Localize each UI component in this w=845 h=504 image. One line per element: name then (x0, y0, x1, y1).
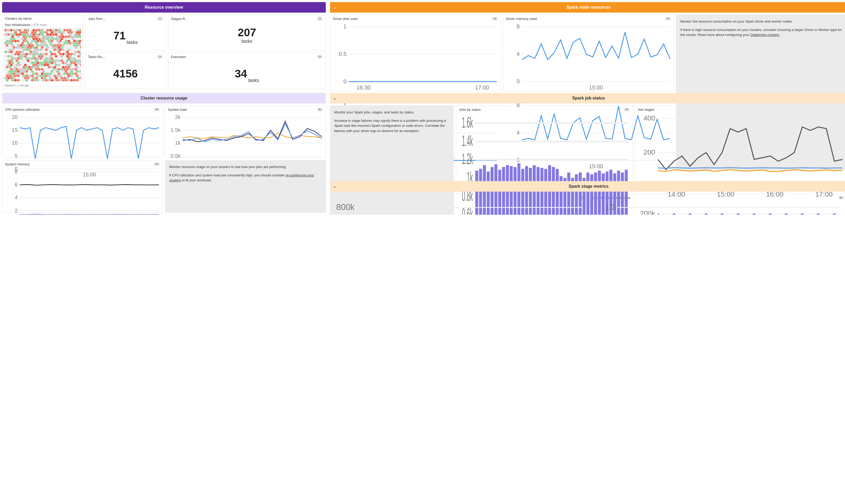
svg-text:200: 200 (643, 148, 655, 156)
info-text: Monitor resource usage on your clusters … (169, 164, 322, 169)
svg-marker-652 (28, 79, 31, 82)
svg-marker-662 (56, 79, 59, 82)
svg-text:0: 0 (343, 78, 347, 85)
svg-text:0.5: 0.5 (339, 51, 347, 57)
info-text: Increase in stage failures may signify t… (334, 118, 450, 133)
panel-title: Driver memory used (506, 17, 537, 21)
svg-marker-654 (34, 79, 36, 82)
metric-value: 4156 (113, 68, 138, 79)
panel-title: System load (168, 108, 187, 111)
timeframe-badge[interactable]: 4h (492, 17, 498, 21)
svg-text:1k: 1k (175, 140, 181, 146)
panel-tasks-running[interactable]: Tasks Ru… 1h 4156 (85, 53, 166, 89)
svg-text:5: 5 (15, 153, 18, 159)
svg-text:4: 4 (15, 195, 18, 200)
svg-marker-651 (25, 79, 28, 82)
timeframe-badge[interactable]: 1h (316, 55, 323, 59)
chart[interactable]: 0k0.2k0.4k0.6k0.8k1k1.2k1.4k1.6k16:3017:… (456, 113, 633, 215)
link-databricks-clusters[interactable]: Databricks clusters (751, 33, 779, 37)
metric-unit: tasks (127, 40, 138, 46)
chevron-down-icon[interactable]: ⌄ (333, 5, 336, 10)
svg-text:8: 8 (15, 169, 18, 175)
svg-marker-655 (36, 79, 39, 82)
svg-marker-661 (53, 79, 56, 82)
info-text: Monitor the resource consumption on your… (680, 19, 843, 24)
chart[interactable]: 04815:00 (503, 22, 674, 91)
svg-marker-669 (76, 79, 79, 82)
timeframe-badge[interactable]: 4h (154, 107, 160, 111)
panel-title: Tasks Ru… (88, 55, 105, 59)
panel-load[interactable]: System load4h 0k0.5k1k1.5k2k15:00 (165, 106, 326, 158)
svg-text:0: 0 (517, 78, 520, 85)
timeframe-badge[interactable]: 4h (316, 107, 323, 111)
timeframe-badge[interactable]: 1h (157, 55, 163, 59)
svg-marker-665 (65, 79, 68, 82)
svg-text:800k: 800k (336, 202, 355, 212)
section-header[interactable]: ⌄ Spark node resources (330, 2, 845, 13)
hostmap-hexgrid[interactable] (4, 28, 81, 87)
svg-text:400: 400 (643, 114, 655, 122)
svg-text:16:30: 16:30 (357, 85, 371, 91)
panel-mem[interactable]: System memory4h 0246815:00 (2, 160, 163, 213)
section-header[interactable]: Cluster resource usage (2, 93, 326, 104)
chart[interactable]: 00.5116:3017:00 (330, 22, 501, 91)
section-header[interactable]: ⌄ Spark stage metrics (330, 181, 845, 192)
svg-marker-653 (31, 79, 34, 82)
section-title: Spark job status (572, 96, 605, 101)
panel-title: Executors (171, 55, 186, 59)
section-header[interactable]: Resource overview (2, 2, 326, 13)
section-title: Cluster resource usage (141, 96, 187, 101)
svg-text:1.5k: 1.5k (171, 127, 181, 133)
chart[interactable]: 600k800k (330, 201, 587, 215)
svg-marker-645 (8, 79, 11, 82)
hostmap-count: 1.57k hosts (31, 23, 47, 27)
panel-executors[interactable]: Executors 1h 34 tasks (168, 53, 326, 89)
panel-clusters-hostmap[interactable]: Clusters by name Your infrastructure 1.5… (2, 15, 83, 89)
svg-text:1.6k: 1.6k (462, 114, 473, 131)
chart[interactable]: 810 (590, 201, 845, 215)
svg-marker-656 (39, 79, 42, 82)
svg-text:1.4k: 1.4k (462, 132, 473, 149)
svg-marker-666 (68, 79, 70, 82)
panel-cpu[interactable]: CPU percent utilization4h 0510152015:00 (2, 106, 163, 158)
timeframe-badge[interactable]: 4h (665, 17, 671, 21)
panel-title: CPU percent utilization (5, 108, 40, 111)
svg-text:2k: 2k (175, 114, 181, 120)
metric-unit: tasks (238, 38, 256, 44)
svg-text:10: 10 (12, 140, 18, 146)
svg-marker-658 (45, 79, 48, 82)
svg-text:4: 4 (517, 51, 520, 57)
svg-text:1.2k: 1.2k (462, 151, 473, 167)
info-text: If CPU utilization and system load are c… (169, 173, 322, 183)
svg-text:10: 10 (605, 202, 614, 212)
hostmap-timestamp: Updated < 1 min ago (3, 84, 30, 87)
panel-driver-disk[interactable]: Driver disk used4h 00.5116:3017:00 (330, 15, 501, 91)
panel-stages-running[interactable]: Stages R… 1h 207 tasks (168, 15, 326, 51)
svg-text:2: 2 (15, 208, 18, 213)
panel-title: Stages R… (171, 17, 188, 21)
svg-text:0.5k: 0.5k (171, 153, 181, 159)
svg-text:1: 1 (343, 23, 347, 30)
chevron-down-icon[interactable]: ⌄ (333, 96, 336, 100)
svg-marker-647 (14, 79, 17, 82)
svg-marker-649 (20, 79, 22, 82)
section-title: Spark node resources (567, 5, 610, 10)
chart[interactable]: 0246815:00 (2, 168, 162, 215)
panel-jobs-running[interactable]: Jobs Run… 1h 71 tasks (85, 15, 166, 51)
panel-title: Clusters by name (5, 17, 32, 20)
panel-jobs-by-status[interactable]: Jobs by status4h 0k0.2k0.4k0.6k0.8k1k1.2… (456, 106, 633, 215)
timeframe-badge[interactable]: 1h (157, 17, 163, 21)
svg-marker-657 (42, 79, 45, 82)
timeframe-badge[interactable]: 1h (316, 17, 323, 21)
svg-text:20: 20 (12, 114, 18, 120)
panel-title: Driver disk used (333, 17, 357, 21)
svg-marker-664 (62, 79, 65, 82)
svg-text:15: 15 (12, 127, 18, 133)
svg-marker-646 (11, 79, 14, 82)
metric-value: 71 (113, 30, 125, 41)
panel-driver-mem[interactable]: Driver memory used4h 04815:00 (503, 15, 674, 91)
svg-marker-660 (50, 79, 53, 82)
section-header[interactable]: ⌄ Spark job status (330, 93, 845, 104)
chevron-down-icon[interactable]: ⌄ (333, 184, 336, 188)
svg-marker-667 (70, 79, 73, 82)
